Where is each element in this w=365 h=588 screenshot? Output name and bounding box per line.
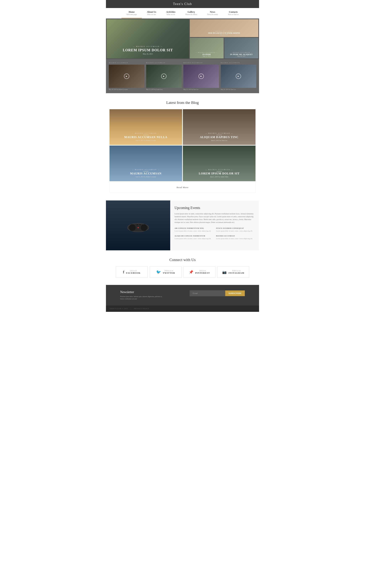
video-author-4: MAURIS ACCUMSAN [221, 62, 256, 64]
nav-item-contacts[interactable]: Contacts How to find us [223, 8, 244, 18]
blog-card-4-meta: June 2, 2015 by Adam Johni [186, 176, 252, 178]
play-icon-1[interactable]: ▶ [124, 74, 129, 79]
event-3-desc: Lorem ipsum dolor sit amet, conse- ctetu… [175, 237, 213, 240]
blog-divider-1 [143, 135, 148, 135]
hero-bottom-right-overlay: — MAURIS ACCUMSAN — IN PEDE MI, ALIQUET … [224, 52, 258, 57]
connect-title: Connect with Us [110, 258, 255, 262]
video-thumb-4[interactable]: ▶ [221, 65, 256, 88]
hero-side: — MAURIS ACCUMSAN — SED IN LACUS UT ENIM… [190, 19, 258, 58]
newsletter-form: SUBSCRIBE [190, 290, 245, 296]
main-nav: Home Welcome page About Us Who we are Ac… [106, 8, 259, 19]
hero-main-date: May 26, 2015 [107, 53, 189, 55]
hero-gallery: — MAURIS ACCUMSAN — LOREM IPSUM DOLOR SI… [106, 19, 259, 59]
nav-item-activities[interactable]: Activities What we do [161, 8, 180, 18]
social-facebook-button[interactable]: f Like us on FACEBOOK [116, 266, 148, 278]
blog-divider-3 [143, 171, 148, 172]
pinterest-action: Join us on [195, 270, 210, 272]
svg-point-1 [129, 224, 136, 231]
nav-home-label: Home [126, 11, 137, 13]
hero-bottom-right-title: IN PEDE MI, ALIQUET [226, 53, 257, 55]
hero-main-card[interactable]: — MAURIS ACCUMSAN — LOREM IPSUM DOLOR SI… [107, 19, 189, 58]
newsletter-section: Newsletter Praesent justo dolor, loborti… [106, 285, 259, 306]
nav-about-label: About Us [147, 11, 156, 13]
newsletter-inner: Newsletter Praesent justo dolor, loborti… [120, 290, 245, 300]
nav-item-about[interactable]: About Us Who we are [142, 8, 161, 18]
play-icon-3[interactable]: ▶ [198, 74, 204, 79]
newsletter-desc: Praesent justo dolor, lobortis quis, lob… [120, 295, 163, 300]
video-thumb-3[interactable]: ▶ [183, 65, 219, 88]
footer-brand: TEEN'S CLUB © 2015 [110, 308, 128, 309]
blog-card-2[interactable]: — MAURIS ACCUMSAN — ALIQUAM DAPIBUS TINC… [183, 109, 255, 145]
hero-top-right-author: — MAURIS ACCUMSAN — [191, 30, 257, 32]
video-thumb-2[interactable]: ▶ [146, 65, 182, 88]
video-meta-1: May 29, 2015 by Robert Losamn [109, 89, 144, 90]
nav-item-gallery[interactable]: Gallery Photos & videos [180, 8, 202, 18]
read-more-link[interactable]: Read More [176, 186, 188, 189]
social-instagram-button[interactable]: 📷 Follow us on INSTAGRAM [217, 266, 249, 278]
svg-point-2 [140, 224, 147, 231]
nav-contacts-sub: How to find us [228, 13, 239, 15]
nav-activities-label: Activities [166, 11, 175, 13]
event-4-desc: Lorem ipsum dolor sit amet, conse- ctetu… [216, 237, 255, 240]
facebook-icon: f [123, 270, 124, 274]
event-1-desc: Lorem ipsum dolor sit amet, conse- ctetu… [175, 230, 213, 232]
social-grid: f Like us on FACEBOOK 🐦 Follow us on TWI… [110, 266, 255, 278]
video-section: MAURIS ACCUMSAN ▶ May 29, 2015 by Robert… [106, 59, 259, 93]
play-icon-2[interactable]: ▶ [161, 74, 167, 79]
hero-main-author: — MAURIS ACCUMSAN — [107, 46, 189, 47]
event-item-4: MAURIS ACCUMSAN Lorem ipsum dolor sit am… [216, 235, 255, 240]
instagram-text: Follow us on INSTAGRAM [228, 270, 244, 274]
nav-about-sub: Who we are [147, 13, 156, 15]
event-4-title: MAURIS ACCUMSAN [216, 235, 255, 237]
event-3-title: ALIQUAM CONGUE FERMENTUM [175, 235, 213, 237]
nav-item-news[interactable]: News News & events [202, 8, 223, 18]
blog-card-4[interactable]: — MAURIS ACCUMSAN — LOREM IPSUM DOLOR SI… [183, 146, 255, 181]
hero-bottom-left-card[interactable]: — MAURIS ACCUMSAN — IN PEDE May 21, 2015 [190, 38, 224, 58]
blog-card-3-overlay: — MAURIS ACCUMSAN — MAURIS ACCUMSAN June… [110, 169, 182, 178]
newsletter-email-input[interactable] [190, 290, 225, 296]
footer-privacy-link[interactable]: PRIVACY POLICY [134, 308, 149, 309]
blog-section: Latest from the Blog — MAURIS ACCUMSAN —… [106, 93, 259, 201]
pinterest-name: PINTEREST [195, 272, 210, 274]
nav-contacts-label: Contacts [228, 11, 239, 13]
blog-card-3[interactable]: — MAURIS ACCUMSAN — MAURIS ACCUMSAN June… [110, 146, 182, 181]
events-title: Upcoming Events [175, 206, 255, 210]
event-2-desc: Lorem ipsum dolor sit amet, conse- ctetu… [216, 230, 255, 232]
video-meta-3: May 21, 2015 by Sara Lee [183, 89, 219, 90]
video-item-1: MAURIS ACCUMSAN ▶ May 29, 2015 by Robert… [109, 62, 144, 90]
nav-news-sub: News & events [207, 13, 218, 15]
blog-card-2-author: — MAURIS ACCUMSAN — [186, 133, 252, 134]
nav-home-sub: Welcome page [126, 13, 137, 15]
social-pinterest-button[interactable]: 📌 Join us on PINTEREST [183, 266, 215, 278]
video-meta-2: May 22, 2015 by Linda Grey [146, 89, 182, 90]
twitter-icon: 🐦 [156, 270, 161, 274]
event-item-2: FUSCE EUISMOD CONSEQUAT Lorem ipsum dolo… [216, 227, 255, 232]
hero-bottom-right-author: — MAURIS ACCUMSAN — [226, 52, 257, 53]
blog-card-4-author: — MAURIS ACCUMSAN — [186, 169, 252, 171]
newsletter-title: Newsletter [120, 290, 163, 294]
video-author-2: MAURIS ACCUMSAN [146, 62, 182, 64]
nav-item-home[interactable]: Home Welcome page [121, 8, 142, 18]
newsletter-subscribe-button[interactable]: SUBSCRIBE [225, 290, 245, 296]
footer-separator: | [131, 308, 131, 310]
hero-bottom-left-overlay: — MAURIS ACCUMSAN — IN PEDE May 21, 2015 [190, 52, 224, 57]
facebook-action: Like us on [126, 270, 140, 272]
blog-card-1-overlay: — MAURIS ACCUMSAN — MAURIS ACCUMSAN NULL… [110, 133, 182, 141]
blog-grid: — MAURIS ACCUMSAN — MAURIS ACCUMSAN NULL… [110, 109, 255, 181]
svg-point-3 [136, 224, 138, 226]
video-author-1: MAURIS ACCUMSAN [109, 62, 144, 64]
hero-top-right-card[interactable]: — MAURIS ACCUMSAN — SED IN LACUS UT ENIM… [190, 19, 258, 37]
read-more-bar[interactable]: Read More [110, 182, 255, 193]
hero-top-right-title: SED IN LACUS UT ENIM ADIPIS [191, 32, 257, 34]
video-grid: MAURIS ACCUMSAN ▶ May 29, 2015 by Robert… [109, 62, 256, 90]
connect-section: Connect with Us f Like us on FACEBOOK 🐦 … [106, 250, 259, 285]
blog-divider-4 [217, 171, 222, 172]
play-icon-4[interactable]: ▶ [236, 74, 241, 79]
site-title: Teen's Club [173, 2, 192, 6]
event-2-title: FUSCE EUISMOD CONSEQUAT [216, 227, 255, 229]
social-twitter-button[interactable]: 🐦 Follow us on TWITTER [150, 266, 182, 278]
video-thumb-1[interactable]: ▶ [109, 65, 144, 88]
hero-bottom-right-card[interactable]: — MAURIS ACCUMSAN — IN PEDE MI, ALIQUET … [224, 38, 258, 58]
controller-visual [126, 220, 150, 233]
blog-card-1[interactable]: — MAURIS ACCUMSAN — MAURIS ACCUMSAN NULL… [110, 109, 182, 145]
